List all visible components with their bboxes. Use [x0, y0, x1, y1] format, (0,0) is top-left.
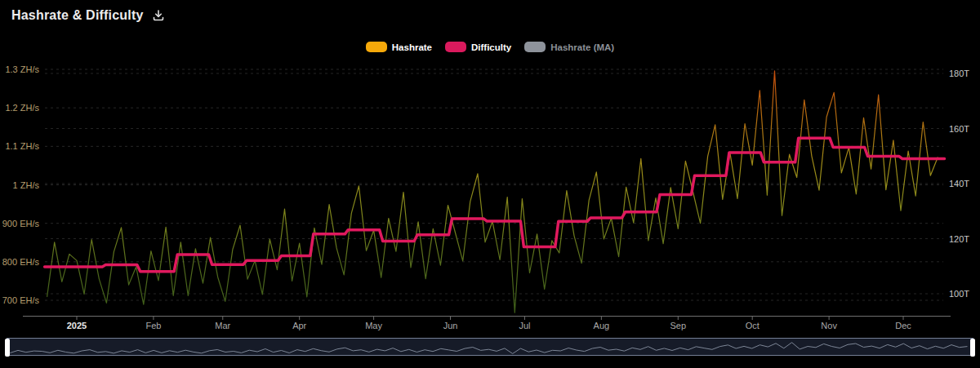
- x-axis-tick-label: Jul: [519, 321, 530, 330]
- hashrate-ma-legend-swatch: [524, 42, 546, 52]
- y-left-tick-label: 1.2 ZH/s: [5, 103, 39, 113]
- navigator-sparkline: [7, 339, 973, 355]
- x-axis-tick-label: 2025: [67, 321, 87, 330]
- navigator-left-handle[interactable]: [5, 339, 10, 357]
- chart-header: Hashrate & Difficulty: [11, 8, 165, 23]
- x-axis-tick-label: Apr: [292, 321, 306, 330]
- legend-item-hashrate-ma[interactable]: Hashrate (MA): [524, 42, 614, 52]
- x-axis-tick-label: Sep: [670, 321, 687, 330]
- range-navigator[interactable]: [7, 338, 973, 356]
- y-left-tick-label: 800 EH/s: [2, 257, 40, 267]
- difficulty-legend-label: Difficulty: [471, 42, 511, 52]
- x-axis-tick-label: Jun: [443, 321, 458, 330]
- hashrate-ma-legend-label: Hashrate (MA): [550, 42, 614, 52]
- y-right-tick-label: 120T: [949, 234, 969, 244]
- y-left-tick-label: 900 EH/s: [2, 219, 40, 228]
- legend: HashrateDifficultyHashrate (MA): [0, 42, 980, 52]
- y-left-tick-label: 1.3 ZH/s: [5, 64, 39, 74]
- navigator-sparkline-path: [10, 343, 967, 354]
- x-axis-tick-label: Feb: [145, 321, 161, 330]
- x-axis-tick-label: Mar: [215, 321, 230, 330]
- x-axis-tick-label: Dec: [895, 321, 911, 330]
- hashrate-legend-swatch: [366, 42, 387, 52]
- legend-item-difficulty[interactable]: Difficulty: [445, 42, 511, 52]
- y-right-tick-label: 160T: [949, 124, 969, 134]
- page-title: Hashrate & Difficulty: [11, 8, 144, 23]
- x-axis-tick-label: Nov: [821, 321, 837, 330]
- x-axis-tick-label: Aug: [594, 321, 610, 330]
- y-right-tick-label: 140T: [949, 179, 969, 188]
- download-icon: [152, 9, 165, 22]
- hashrate-legend-label: Hashrate: [392, 42, 432, 52]
- y-left-tick-label: 700 EH/s: [2, 295, 40, 305]
- y-right-tick-label: 100T: [949, 289, 969, 299]
- hashrate-series-line: [47, 71, 938, 313]
- navigator-right-handle[interactable]: [970, 339, 975, 357]
- hashrate-difficulty-widget: { "header": { "title": "Hashrate & Diffi…: [0, 0, 980, 368]
- legend-item-hashrate[interactable]: Hashrate: [366, 42, 432, 52]
- y-right-tick-label: 180T: [949, 69, 969, 78]
- y-left-tick-label: 1.1 ZH/s: [5, 141, 39, 151]
- difficulty-legend-swatch: [445, 42, 466, 52]
- x-axis-tick-label: Oct: [746, 321, 760, 330]
- download-button[interactable]: [152, 9, 165, 22]
- x-axis-tick-label: May: [365, 321, 382, 330]
- y-left-tick-label: 1 ZH/s: [13, 180, 40, 190]
